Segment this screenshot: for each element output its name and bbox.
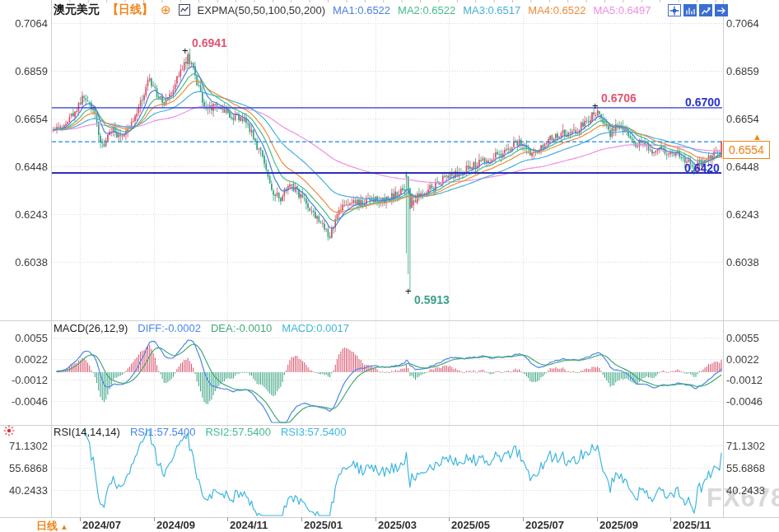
current-price-badge: 0.6554 <box>723 141 770 159</box>
rsi-header: RSI(14,14,14) RSI1:57.5400 RSI2:57.5400 … <box>54 426 346 438</box>
y-axis-label: 0.6654 <box>726 113 759 125</box>
macd-axis-label: -0.0012 <box>726 374 763 386</box>
bar-chart-icon[interactable] <box>683 4 697 16</box>
crosshair-icon[interactable] <box>668 4 681 16</box>
rsi-axis-label: 71.1302 <box>3 440 48 452</box>
rsi-axis-label: 71.1302 <box>726 440 765 452</box>
trend-line-icon[interactable] <box>699 4 712 16</box>
macd-header: MACD(26,12,9) DIFF:-0.0002 DEA:-0.0010 M… <box>54 322 349 334</box>
y-axis-label: 0.6654 <box>3 113 48 125</box>
high-marker: + <box>182 44 189 57</box>
low-marker: + <box>405 285 412 297</box>
expma-chart-icon <box>179 4 190 16</box>
y-axis-label: 0.6859 <box>3 65 48 77</box>
y-axis-label: 0.6038 <box>3 256 48 268</box>
price-chart-canvas[interactable] <box>0 0 779 532</box>
period-up-arrow-icon: ▲ <box>60 522 68 531</box>
y-axis-label: 0.6038 <box>726 256 759 268</box>
rsi-axis-label: 55.6868 <box>726 462 765 474</box>
x-axis-label: 2025/05 <box>451 519 490 531</box>
ma3-value: MA3:0.6517 <box>463 4 520 16</box>
high-price-label: 0.6941 <box>192 36 227 49</box>
resistance-label: 0.6700 <box>685 96 721 109</box>
add-indicator-icon[interactable]: ⊕ <box>161 4 171 16</box>
chart-window: 澳元美元 【日线】 ⊕ EXPMA(50,50,100,50,200) MA1:… <box>0 0 779 532</box>
macd-axis-label: -0.0046 <box>726 395 763 408</box>
macd-axis-label: 0.0055 <box>3 332 48 344</box>
x-axis-label: 2024/09 <box>156 519 195 531</box>
support-label: 0.6420 <box>684 161 720 175</box>
macd-diff-value: DIFF:-0.0002 <box>138 322 201 334</box>
x-axis-label: 2025/09 <box>599 519 638 531</box>
ma2-value: MA2:0.6522 <box>398 4 455 16</box>
macd-name: MACD(26,12,9) <box>54 322 128 334</box>
period-tag: 【日线】 <box>107 2 153 17</box>
x-axis-label: 2025/07 <box>525 519 564 531</box>
live-blink-icon <box>2 424 16 441</box>
macd-axis-label: 0.0022 <box>726 353 759 366</box>
y-axis-label: 0.6859 <box>726 65 759 77</box>
x-axis-label: 2025/03 <box>378 519 417 531</box>
low-price-label: 0.5913 <box>414 293 450 306</box>
period-selector-button[interactable]: 日线 ▲ <box>36 519 68 532</box>
indicator-label: EXPMA(50,50,100,50,200) <box>198 4 325 16</box>
macd-axis-label: 0.0022 <box>3 353 48 366</box>
swing-high-label: 0.6706 <box>601 91 637 105</box>
ma5-value: MA5:0.6497 <box>593 4 651 16</box>
rsi2-value: RSI2:57.5400 <box>205 426 271 438</box>
ma4-value: MA4:0.6522 <box>528 4 585 16</box>
macd-value: MACD:0.0017 <box>282 322 349 334</box>
y-axis-label: 0.6448 <box>726 161 759 173</box>
pan-right-icon[interactable] <box>715 4 728 16</box>
swing-high-marker: + <box>592 100 599 112</box>
y-axis-label: 0.6243 <box>3 208 48 221</box>
x-axis-label: 2025/11 <box>673 519 711 531</box>
rsi1-value: RSI1:57.5400 <box>130 426 196 438</box>
rsi-axis-label: 55.6868 <box>3 462 48 474</box>
x-axis-label: 2024/07 <box>82 519 121 531</box>
ma1-value: MA1:0.6522 <box>333 4 390 16</box>
macd-axis-label: 0.0055 <box>726 332 759 344</box>
price-up-arrow-icon: ▲ <box>753 133 762 142</box>
rsi-name: RSI(14,14,14) <box>54 426 120 438</box>
rsi3-value: RSI3:57.5400 <box>281 426 347 438</box>
x-axis-label: 2024/11 <box>230 519 268 531</box>
macd-axis-label: -0.0012 <box>3 374 48 386</box>
period-selector-label: 日线 <box>36 519 58 532</box>
symbol-title: 澳元美元 <box>54 2 100 17</box>
rsi-axis-label: 40.2433 <box>726 484 765 497</box>
macd-dea-value: DEA:-0.0010 <box>211 322 272 334</box>
chart-header: 澳元美元 【日线】 ⊕ EXPMA(50,50,100,50,200) MA1:… <box>54 2 651 17</box>
macd-axis-label: -0.0046 <box>3 395 48 408</box>
y-axis-label: 0.6243 <box>726 208 759 221</box>
y-axis-label: 0.7064 <box>726 17 759 30</box>
chart-toolbar <box>668 4 728 16</box>
y-axis-label: 0.6448 <box>3 161 48 173</box>
x-axis-label: 2025/01 <box>304 519 343 531</box>
rsi-axis-label: 40.2433 <box>3 484 48 497</box>
y-axis-label: 0.7064 <box>3 17 48 30</box>
